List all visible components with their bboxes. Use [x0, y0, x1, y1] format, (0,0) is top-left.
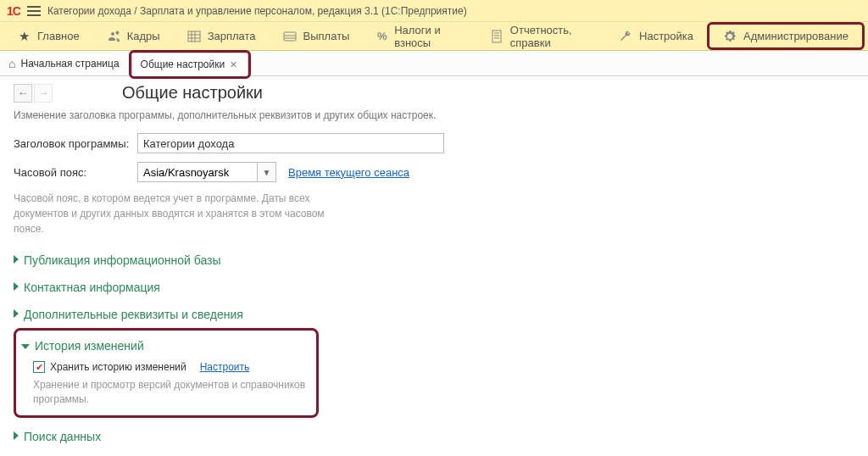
star-icon: ★: [17, 30, 31, 43]
back-button[interactable]: ←: [14, 84, 32, 103]
timezone-input[interactable]: [137, 162, 258, 182]
section-label: Дополнительные реквизиты и сведения: [24, 308, 243, 321]
nav-label: Зарплата: [208, 30, 256, 42]
store-history-row: Хранить историю изменений Настроить: [33, 361, 306, 373]
nav-settings[interactable]: Настройка: [605, 22, 707, 50]
nav-label: Администрирование: [743, 30, 849, 42]
nav-label: Главное: [37, 30, 80, 42]
people-icon: [107, 30, 120, 43]
program-title-label: Заголовок программы:: [14, 137, 132, 150]
forward-button[interactable]: →: [34, 84, 53, 103]
nav-payments[interactable]: Выплаты: [270, 22, 364, 50]
chevron-down-icon[interactable]: ▼: [258, 162, 276, 182]
section-publication[interactable]: Публикация информационной базы: [14, 247, 854, 274]
tab-label: Общие настройки: [141, 58, 225, 70]
timezone-note: Часовой пояс, в котором ведется учет в п…: [14, 191, 353, 236]
page-title: Общие настройки: [122, 83, 263, 103]
title-bar: 1C Категории дохода / Зарплата и управле…: [0, 0, 868, 22]
nav-label: Настройка: [639, 30, 693, 42]
store-history-checkbox[interactable]: [33, 361, 45, 373]
section-contact-info[interactable]: Контактная информация: [14, 274, 854, 301]
close-icon[interactable]: ✕: [228, 59, 239, 70]
chevron-down-icon: [21, 341, 30, 351]
nav-taxes[interactable]: % Налоги и взносы: [363, 22, 476, 50]
tab-start-label: Начальная страница: [20, 58, 119, 70]
store-history-label: Хранить историю изменений: [50, 361, 186, 373]
drawer-icon: [283, 30, 297, 43]
nav-main[interactable]: ★ Главное: [3, 22, 93, 50]
section-change-history[interactable]: История изменений: [21, 332, 306, 359]
section-label: Публикация информационной базы: [24, 253, 221, 267]
chevron-right-icon: [14, 431, 19, 442]
history-note: Хранение и просмотр версий документов и …: [33, 378, 306, 407]
section-additional-attrs[interactable]: Дополнительные реквизиты и сведения: [14, 301, 854, 328]
home-icon: ⌂: [8, 57, 15, 70]
grid-icon: [187, 30, 201, 43]
tab-general-settings[interactable]: Общие настройки ✕: [131, 53, 249, 76]
gear-icon: [723, 30, 737, 43]
window-title: Категории дохода / Зарплата и управление…: [47, 5, 467, 17]
tab-start-page[interactable]: ⌂ Начальная страница: [3, 52, 131, 75]
tab-row: ⌂ Начальная страница Общие настройки ✕: [0, 51, 868, 76]
main-nav: ★ Главное Кадры Зарплата Выплаты % Налог…: [0, 22, 868, 51]
logo-1c: 1C: [7, 4, 20, 18]
section-label: Поиск данных: [24, 430, 101, 443]
hamburger-icon[interactable]: [27, 3, 41, 19]
svg-rect-1: [284, 32, 296, 41]
timezone-label: Часовой пояс:: [14, 166, 132, 179]
content-area: ← → Общие настройки Изменение заголовка …: [0, 76, 868, 456]
program-title-input[interactable]: [137, 133, 444, 153]
nav-label: Кадры: [127, 30, 160, 42]
timezone-row: Часовой пояс: ▼ Время текущего сеанса: [14, 162, 854, 182]
nav-salary[interactable]: Зарплата: [174, 22, 270, 50]
percent-icon: %: [376, 30, 387, 43]
svg-rect-2: [492, 31, 501, 42]
chevron-right-icon: [14, 282, 19, 292]
wrench-icon: [619, 30, 632, 43]
chevron-right-icon: [14, 309, 19, 320]
section-data-search[interactable]: Поиск данных: [14, 423, 854, 450]
nav-arrows: ← →: [14, 84, 53, 103]
page-description: Изменение заголовка программы, дополните…: [14, 109, 854, 121]
section-label: История изменений: [35, 339, 144, 353]
toolbar-row: ← → Общие настройки: [14, 83, 854, 103]
nav-label: Выплаты: [303, 30, 350, 42]
current-session-time-link[interactable]: Время текущего сеанса: [288, 166, 409, 179]
program-title-row: Заголовок программы:: [14, 133, 854, 153]
configure-history-link[interactable]: Настроить: [200, 361, 250, 373]
nav-personnel[interactable]: Кадры: [93, 22, 174, 50]
svg-rect-0: [188, 31, 200, 42]
nav-label: Налоги и взносы: [394, 24, 463, 49]
chevron-right-icon: [14, 255, 19, 265]
section-history-container: История изменений Хранить историю измене…: [14, 328, 319, 418]
document-icon: [490, 30, 504, 43]
timezone-select[interactable]: ▼: [137, 162, 276, 182]
nav-reports[interactable]: Отчетность, справки: [476, 22, 605, 50]
nav-administration[interactable]: Администрирование: [707, 22, 865, 50]
section-label: Контактная информация: [24, 281, 160, 294]
nav-label: Отчетность, справки: [510, 24, 592, 49]
section-signature-encryption[interactable]: Электронная подпись и шифрование: [14, 450, 854, 456]
